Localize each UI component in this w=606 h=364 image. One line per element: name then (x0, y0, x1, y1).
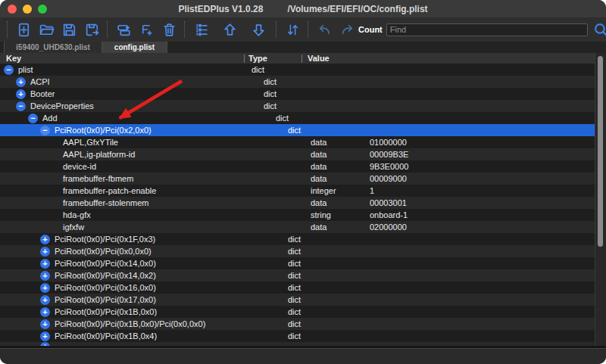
row-key: PciRoot(0x0)/Pci(0x1B,0x0)/Pci(0x0,0x0) (55, 319, 205, 328)
expand-icon[interactable]: + (40, 247, 50, 257)
table-row[interactable]: +PciRoot(0x0)/Pci(0x17,0x0)dict (0, 294, 595, 306)
file-path: /Volumes/EFI/EFI/OC/config.plist (287, 4, 427, 14)
expand-icon[interactable]: + (40, 259, 50, 269)
expand-icon[interactable]: + (16, 89, 26, 99)
minimize-button[interactable] (23, 5, 32, 14)
row-key: framebuffer-patch-enable (63, 186, 156, 195)
row-key: DeviceProperties (30, 101, 94, 110)
table-row[interactable]: +PciRoot(0x0)/Pci(0x1B,0x0)/Pci(0x0,0x0)… (0, 318, 595, 330)
new-file-icon (16, 22, 32, 38)
table-row[interactable]: +PciRoot(0x0)/Pci(0x0,0x0)dict (0, 245, 595, 257)
tab-config-plist[interactable]: config.plist (102, 42, 167, 53)
move-up-button[interactable] (218, 20, 241, 39)
table-row[interactable]: +PciRoot(0x0)/Pci(0x1F,0x3)dict (0, 233, 595, 245)
scrollbar-thumb[interactable] (598, 56, 603, 247)
row-value: 00009B3E (364, 150, 595, 159)
row-key: PciRoot(0x0)/Pci(0x0,0x0) (55, 247, 152, 256)
row-key: PciRoot(0x0)/Pci(0x16,0x0) (55, 283, 156, 292)
table-row[interactable]: framebuffer-stolenmemdata00003001 (0, 197, 595, 209)
row-key: framebuffer-stolenmem (63, 198, 149, 207)
row-key: device-id (63, 162, 96, 171)
collapse-icon[interactable]: − (4, 65, 14, 75)
table-row[interactable]: +PciRoot(0x0)/Pci(0x16,0x0)dict (0, 282, 595, 294)
tree-view-icon (193, 22, 209, 38)
expand-icon[interactable]: + (40, 271, 50, 281)
redo-button[interactable] (336, 20, 358, 39)
table-row[interactable]: −Adddict (0, 112, 595, 124)
add-row-button[interactable] (112, 20, 135, 39)
table-row[interactable]: framebuffer-patch-enableinteger1 (0, 185, 595, 197)
table-row[interactable]: +PciRoot(0x0)/Pci(0x1B,0x0)dict (0, 306, 595, 318)
expand-icon[interactable]: + (40, 235, 50, 244)
collapse-icon[interactable]: − (16, 101, 26, 111)
expand-icon[interactable]: + (40, 331, 50, 341)
row-key: PciRoot(0x0)/Pci(0x1B,0x4) (55, 331, 157, 341)
table-row[interactable]: +Booterdict (0, 88, 595, 100)
table-row[interactable]: −PciRoot(0x0)/Pci(0x2,0x0)dict (0, 124, 595, 136)
row-key: Add (42, 114, 58, 123)
new-file-button[interactable] (12, 20, 35, 39)
delete-row-button[interactable] (158, 20, 180, 39)
column-header-type[interactable]: Type (244, 54, 301, 63)
row-type: dict (284, 319, 342, 328)
row-key: PciRoot(0x0)/Pci(0x14,0x2) (55, 271, 156, 280)
table-row[interactable]: −DevicePropertiesdict (0, 100, 595, 112)
table-row[interactable]: hda-gfxstringonboard-1 (0, 209, 595, 221)
expand-icon[interactable]: + (40, 342, 50, 346)
row-type: dict (248, 65, 305, 74)
table-row[interactable]: igfxfwdata02000000 (0, 221, 595, 233)
column-header-value[interactable]: Value (301, 54, 606, 63)
row-type: dict (284, 307, 342, 316)
table-row[interactable]: −plistdict (0, 64, 595, 76)
find-input[interactable] (386, 23, 588, 36)
row-type: dict (260, 101, 317, 110)
save-icon (61, 22, 77, 38)
tab-bar: i59400_UHD630.plist config.plist (0, 42, 606, 53)
row-key: Booter (30, 89, 55, 98)
zoom-button[interactable] (38, 5, 47, 14)
collapse-icon[interactable]: − (28, 114, 38, 123)
move-down-button[interactable] (247, 20, 270, 39)
table-row[interactable]: framebuffer-fbmemdata00009000 (0, 173, 595, 185)
save-button[interactable] (58, 20, 80, 39)
row-type: data (307, 198, 364, 207)
search-button[interactable] (592, 20, 606, 39)
table-row[interactable]: +PciRoot(0x0)/Pci(0x14,0x0)dict (0, 257, 595, 269)
row-type: dict (284, 283, 342, 292)
table-row[interactable]: +PciRoot(0x0)/Pci(0x14,0x2)dict (0, 269, 595, 282)
row-key: PciRoot(0x0)/Pci(0x2,0x0) (55, 126, 152, 135)
row-type: dict (284, 331, 342, 341)
row-value: 00003001 (364, 198, 595, 207)
add-child-row-button[interactable] (135, 20, 158, 39)
count-label: Count (358, 25, 383, 34)
row-type: data (307, 138, 364, 147)
sort-button[interactable] (281, 20, 304, 39)
table-row[interactable]: AAPL,GfxYTiledata01000000 (0, 136, 595, 148)
row-type: dict (284, 259, 342, 268)
open-folder-icon (39, 22, 55, 38)
expand-tree-button[interactable] (189, 20, 212, 39)
row-key: ACPI (30, 77, 50, 86)
table-row[interactable]: +ACPIdict (0, 76, 595, 88)
row-type: data (307, 174, 364, 183)
expand-icon[interactable]: + (40, 283, 50, 293)
expand-icon[interactable]: + (40, 319, 50, 329)
table-row[interactable]: +PciRoot(0x0)/Pci(0x1B,0x4)dict (0, 330, 595, 342)
table-row[interactable]: device-iddata9B3E0000 (0, 160, 595, 173)
column-header-key[interactable]: Key (0, 54, 244, 63)
close-button[interactable] (8, 5, 17, 14)
expand-icon[interactable]: + (16, 77, 26, 87)
row-value: 00009000 (364, 174, 595, 183)
expand-icon[interactable]: + (40, 295, 50, 305)
vertical-scrollbar[interactable] (595, 53, 606, 346)
table-row[interactable]: AAPL,ig-platform-iddata00009B3E (0, 148, 595, 160)
open-file-button[interactable] (35, 20, 58, 39)
add-row-icon (116, 22, 132, 38)
collapse-icon[interactable]: − (40, 126, 50, 135)
expand-icon[interactable]: + (40, 307, 50, 317)
row-type: string (307, 210, 364, 219)
tab-i59400-uhd630-plist[interactable]: i59400_UHD630.plist (4, 42, 102, 53)
row-type: dict (284, 295, 342, 304)
save-as-button[interactable] (80, 20, 103, 39)
undo-button[interactable] (313, 20, 336, 39)
